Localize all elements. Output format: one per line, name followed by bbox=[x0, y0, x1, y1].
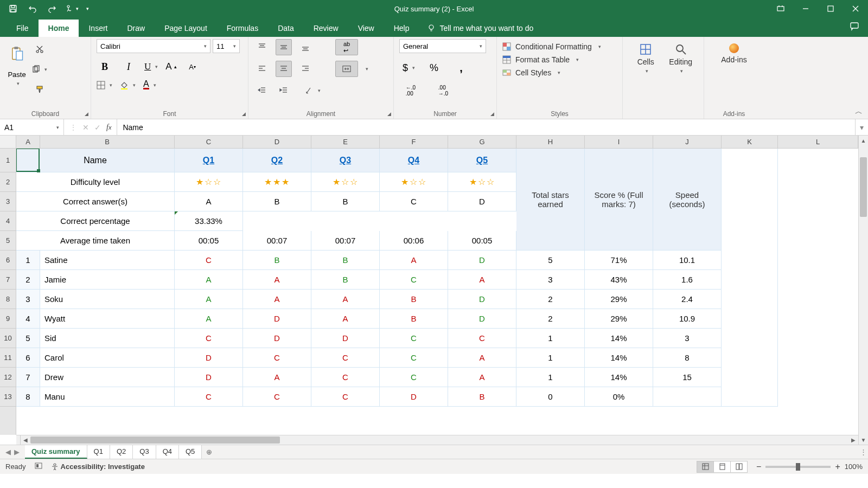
col-header-E[interactable]: E bbox=[311, 136, 380, 148]
tab-page-layout[interactable]: Page Layout bbox=[155, 20, 217, 37]
cell-ans-1-2[interactable]: B bbox=[311, 270, 380, 290]
cell-score-7[interactable]: 0% bbox=[585, 387, 653, 407]
cell-score-6[interactable]: 14% bbox=[585, 368, 653, 387]
cell-ans-1-1[interactable]: A bbox=[243, 270, 311, 290]
cell-styles-button[interactable]: Cell Styles▾ bbox=[502, 68, 601, 77]
cell-score-0[interactable]: 71% bbox=[585, 251, 653, 270]
cell-ans-0-4[interactable]: D bbox=[448, 251, 516, 270]
cell-student-name-3[interactable]: Wyatt bbox=[40, 309, 175, 329]
cell-ans-6-1[interactable]: A bbox=[243, 368, 311, 387]
sheet-nav-prev[interactable]: ◀ bbox=[5, 448, 11, 456]
fill-color-button[interactable]: ▾ bbox=[120, 81, 136, 89]
tab-draw[interactable]: Draw bbox=[117, 20, 155, 37]
accounting-format-button[interactable]: $▾ bbox=[403, 62, 415, 74]
cell-q-header-4[interactable]: Q4 bbox=[380, 149, 448, 172]
cell-meta-3-0[interactable]: 00:05 bbox=[175, 231, 243, 251]
copy-button[interactable]: ▾ bbox=[31, 65, 48, 74]
row-header-7[interactable]: 7 bbox=[0, 270, 16, 290]
chevron-down-icon[interactable]: ▾ bbox=[366, 66, 368, 72]
cell-ans-6-3[interactable]: C bbox=[380, 368, 448, 387]
cell-speed-0[interactable]: 10.1 bbox=[653, 251, 722, 270]
comma-button[interactable]: , bbox=[453, 60, 469, 76]
zoom-in-button[interactable]: + bbox=[835, 462, 840, 472]
cell-ans-4-0[interactable]: C bbox=[175, 329, 243, 348]
minimize-button[interactable] bbox=[793, 0, 818, 17]
cell-stars-1[interactable]: 3 bbox=[516, 270, 585, 290]
vertical-scrollbar[interactable]: ▲ ▼ bbox=[858, 136, 868, 445]
col-header-D[interactable]: D bbox=[243, 136, 311, 148]
cell-ans-1-0[interactable]: A bbox=[175, 270, 243, 290]
tab-help[interactable]: Help bbox=[384, 20, 419, 37]
editing-menu-button[interactable]: Editing▾ bbox=[663, 39, 699, 74]
conditional-formatting-button[interactable]: Conditional Formatting▾ bbox=[502, 42, 601, 51]
row-header-3[interactable]: 3 bbox=[0, 192, 16, 211]
orientation-button[interactable]: ▾ bbox=[305, 86, 321, 95]
cell-meta-3-3[interactable]: 00:06 bbox=[380, 231, 448, 251]
tab-home[interactable]: Home bbox=[39, 20, 79, 37]
cell-meta-1-2[interactable]: B bbox=[311, 192, 380, 211]
cell-meta-2-0[interactable]: 33.33% bbox=[175, 211, 243, 231]
cell-score-3[interactable]: 29% bbox=[585, 309, 653, 329]
maximize-button[interactable] bbox=[818, 0, 843, 17]
cell-q-header-2[interactable]: Q2 bbox=[243, 149, 311, 172]
cut-button[interactable] bbox=[31, 41, 48, 57]
number-format-combo[interactable]: General▾ bbox=[399, 39, 486, 53]
cell-ans-5-3[interactable]: C bbox=[380, 348, 448, 368]
cell-ans-5-4[interactable]: A bbox=[448, 348, 516, 368]
merge-center-button[interactable] bbox=[335, 61, 358, 77]
col-header-J[interactable]: J bbox=[653, 136, 722, 148]
cell-student-name-4[interactable]: Sid bbox=[40, 329, 175, 348]
cell-student-idx-0[interactable]: 1 bbox=[16, 251, 40, 270]
percent-button[interactable]: % bbox=[426, 60, 442, 76]
borders-button[interactable]: ▾ bbox=[97, 81, 112, 89]
row-header-10[interactable]: 10 bbox=[0, 329, 16, 348]
cell-ans-0-3[interactable]: A bbox=[380, 251, 448, 270]
cell-student-name-6[interactable]: Drew bbox=[40, 368, 175, 387]
collapse-ribbon-button[interactable]: ︿ bbox=[855, 107, 863, 117]
cell-meta-label-1[interactable]: Correct answer(s) bbox=[16, 192, 175, 211]
number-dialog-launcher[interactable]: ◢ bbox=[490, 111, 494, 117]
col-header-G[interactable]: G bbox=[448, 136, 516, 148]
cell-meta-1-3[interactable]: C bbox=[380, 192, 448, 211]
tell-me-search[interactable]: Tell me what you want to do bbox=[419, 24, 541, 37]
cell-stars-4[interactable]: 1 bbox=[516, 329, 585, 348]
cell-student-idx-1[interactable]: 2 bbox=[16, 270, 40, 290]
increase-indent-button[interactable] bbox=[276, 82, 292, 99]
cell-meta-label-3[interactable]: Average time taken bbox=[16, 231, 175, 251]
macro-record-icon[interactable] bbox=[35, 462, 42, 471]
hscroll-split[interactable] bbox=[16, 435, 21, 445]
row-header-11[interactable]: 11 bbox=[0, 348, 16, 368]
decrease-decimal-button[interactable]: .00→.0 bbox=[435, 82, 451, 99]
cell-ans-3-3[interactable]: B bbox=[380, 309, 448, 329]
cell-meta-0-1[interactable]: ★★★ bbox=[243, 172, 311, 192]
cell-ans-4-1[interactable]: D bbox=[243, 329, 311, 348]
cell-speed-3[interactable]: 10.9 bbox=[653, 309, 722, 329]
cell-speed-6[interactable]: 15 bbox=[653, 368, 722, 387]
cell-ans-5-2[interactable]: C bbox=[311, 348, 380, 368]
cell-score-4[interactable]: 14% bbox=[585, 329, 653, 348]
cell-ans-3-2[interactable]: A bbox=[311, 309, 380, 329]
cell-ans-7-0[interactable]: C bbox=[175, 387, 243, 407]
cell-ans-6-0[interactable]: D bbox=[175, 368, 243, 387]
cell-meta-label-2[interactable]: Correct percentage bbox=[16, 211, 175, 231]
row-header-6[interactable]: 6 bbox=[0, 251, 16, 270]
sheet-nav-next[interactable]: ▶ bbox=[14, 448, 20, 456]
row-headers[interactable]: 12345678910111213 bbox=[0, 149, 16, 435]
cell-ans-7-3[interactable]: D bbox=[380, 387, 448, 407]
bold-button[interactable]: B bbox=[97, 59, 113, 75]
cell-ans-2-0[interactable]: A bbox=[175, 290, 243, 309]
cell-meta-3-1[interactable]: 00:07 bbox=[243, 231, 311, 251]
scroll-right-button[interactable]: ▶ bbox=[848, 437, 858, 443]
cell-meta-0-0[interactable]: ★☆☆ bbox=[175, 172, 243, 192]
cell-score-header[interactable]: Score % (Full marks: 7) bbox=[585, 149, 653, 251]
cell-student-idx-7[interactable]: 8 bbox=[16, 387, 40, 407]
cell-student-idx-6[interactable]: 7 bbox=[16, 368, 40, 387]
cell-student-name-2[interactable]: Soku bbox=[40, 290, 175, 309]
cell-ans-7-1[interactable]: C bbox=[243, 387, 311, 407]
cell-ans-6-2[interactable]: C bbox=[311, 368, 380, 387]
cell-ans-7-2[interactable]: C bbox=[311, 387, 380, 407]
cell-ans-1-3[interactable]: C bbox=[380, 270, 448, 290]
format-painter-button[interactable] bbox=[31, 81, 48, 98]
cell-meta-3-2[interactable]: 00:07 bbox=[311, 231, 380, 251]
italic-button[interactable]: I bbox=[120, 59, 137, 75]
